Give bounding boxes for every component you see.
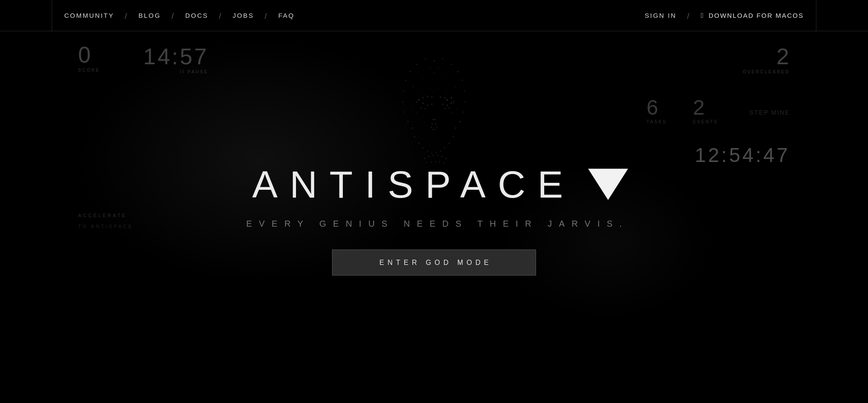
- svg-point-57: [424, 158, 425, 159]
- svg-point-1: [425, 58, 426, 59]
- hud-to-antispace-label: TO ANTISPACE: [78, 224, 133, 229]
- hud-tasks-number: 6: [647, 96, 667, 119]
- svg-point-61: [441, 156, 443, 157]
- svg-point-50: [449, 143, 450, 144]
- nav-border-right: [816, 0, 868, 31]
- svg-point-16: [460, 121, 461, 122]
- svg-point-28: [450, 97, 452, 99]
- svg-point-35: [449, 107, 450, 109]
- svg-point-60: [437, 155, 438, 156]
- hud-timer-label: II PAUSE: [143, 69, 208, 74]
- svg-point-78: [451, 112, 452, 113]
- svg-point-83: [444, 78, 445, 79]
- enter-god-mode-button[interactable]: ENTER GOD MODE: [332, 250, 536, 276]
- svg-point-0: [434, 60, 435, 62]
- hud-tasks-label: TASKS: [647, 119, 667, 124]
- svg-point-52: [444, 147, 445, 148]
- svg-point-21: [422, 102, 424, 104]
- svg-point-17: [418, 99, 420, 101]
- svg-point-47: [414, 136, 415, 138]
- hud-overcleared-label: OVERCLEARED: [743, 69, 790, 74]
- navigation: COMMUNITY BLOG DOCS JOBS FAQ SIGN IN  D…: [0, 0, 868, 31]
- svg-point-14: [463, 112, 464, 112]
- svg-point-32: [446, 104, 447, 106]
- hud-score-block: 0 SCORE: [78, 43, 100, 73]
- hud-step-mine: STEP MINE: [750, 109, 790, 116]
- nav-faq[interactable]: FAQ: [266, 12, 307, 19]
- svg-point-69: [454, 86, 455, 87]
- svg-point-5: [410, 71, 411, 73]
- svg-point-77: [416, 112, 417, 113]
- svg-point-33: [442, 104, 444, 105]
- svg-point-38: [434, 119, 436, 120]
- svg-point-53: [427, 151, 428, 152]
- svg-point-20: [431, 96, 433, 98]
- svg-point-13: [404, 112, 405, 112]
- nav-right: SIGN IN  DOWNLOAD FOR MACOS: [632, 12, 816, 20]
- hud-timer-value: 14:57: [143, 43, 208, 69]
- nav-docs[interactable]: DOCS: [173, 12, 220, 19]
- svg-point-23: [431, 104, 433, 105]
- svg-point-80: [429, 67, 430, 68]
- svg-point-45: [412, 128, 413, 129]
- svg-point-43: [433, 129, 434, 130]
- logo-text: ANTISPACE: [240, 162, 575, 207]
- nav-download[interactable]:  DOWNLOAD FOR MACOS: [689, 12, 816, 20]
- hud-clock: 12:54:47: [695, 143, 790, 167]
- svg-point-15: [408, 121, 409, 122]
- svg-point-12: [465, 102, 466, 103]
- svg-point-22: [427, 104, 428, 106]
- hud-events-number: 2: [693, 96, 718, 119]
- svg-point-75: [421, 93, 421, 94]
- apple-icon: : [701, 12, 704, 20]
- svg-point-34: [453, 102, 454, 103]
- svg-point-24: [416, 102, 418, 103]
- nav-border-left: [0, 0, 52, 31]
- svg-point-26: [425, 108, 426, 109]
- nav-left: COMMUNITY BLOG DOCS JOBS FAQ: [52, 12, 307, 19]
- svg-point-25: [421, 107, 422, 109]
- svg-point-82: [423, 78, 424, 79]
- svg-point-79: [434, 73, 434, 73]
- hud-overcleared-number: 2: [743, 43, 790, 69]
- svg-point-6: [457, 71, 459, 73]
- svg-point-4: [451, 64, 452, 65]
- svg-point-31: [450, 102, 452, 104]
- svg-point-70: [411, 108, 412, 109]
- nav-community[interactable]: COMMUNITY: [52, 12, 126, 19]
- svg-point-48: [453, 136, 454, 138]
- svg-point-11: [402, 102, 404, 103]
- svg-point-71: [456, 108, 457, 109]
- svg-point-42: [436, 127, 437, 128]
- main-content: ANTISPACE EVERY GENIUS NEEDS THEIR JARVI…: [239, 162, 629, 276]
- svg-point-8: [462, 80, 463, 81]
- svg-point-27: [446, 99, 448, 101]
- svg-point-54: [440, 151, 441, 152]
- svg-point-29: [444, 97, 445, 98]
- svg-point-51: [423, 147, 424, 148]
- svg-point-56: [436, 152, 437, 153]
- svg-point-55: [431, 152, 432, 153]
- hud-timer-block: 14:57 II PAUSE: [143, 43, 208, 74]
- hud-overcleared-block: 2 OVERCLEARED: [743, 43, 790, 74]
- svg-point-3: [416, 64, 418, 65]
- nav-blog[interactable]: BLOG: [126, 12, 173, 19]
- svg-point-58: [428, 156, 430, 157]
- hud-tasks-block: 6 TASKS: [647, 96, 667, 124]
- svg-point-10: [464, 91, 465, 92]
- svg-point-39: [432, 123, 433, 125]
- logo-row: ANTISPACE: [240, 162, 628, 207]
- svg-point-73: [438, 89, 439, 89]
- nav-jobs[interactable]: JOBS: [220, 12, 266, 19]
- hud-accelerate-label: ACCELERATE: [78, 213, 127, 218]
- svg-point-36: [444, 108, 446, 109]
- svg-point-41: [431, 127, 432, 128]
- hud-score-label: SCORE: [78, 68, 100, 73]
- nav-signin[interactable]: SIGN IN: [632, 12, 688, 19]
- svg-point-62: [446, 158, 447, 159]
- svg-point-74: [434, 91, 434, 91]
- hud-events-block: 2 EVENTS: [693, 96, 718, 124]
- svg-point-59: [433, 155, 434, 156]
- svg-point-68: [413, 86, 414, 87]
- svg-point-46: [455, 128, 457, 129]
